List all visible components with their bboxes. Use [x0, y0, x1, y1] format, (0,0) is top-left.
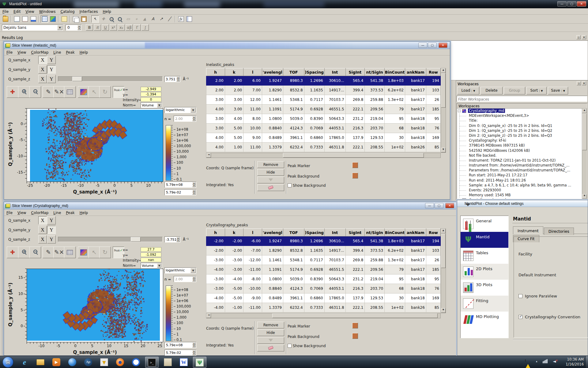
show-background-checkbox[interactable]: Show Background — [288, 183, 326, 188]
zoom-to-peak-button[interactable] — [257, 337, 284, 344]
column-header[interactable]: h — [206, 229, 225, 236]
tree-item[interactable]: -Crystallography_md — [457, 109, 582, 113]
sort-button[interactable]: Sort▼ — [526, 87, 547, 94]
tree-item[interactable]: Not file backed. — [457, 153, 582, 158]
settings-category-tables[interactable]: Tables — [461, 248, 508, 264]
new-matrix-icon[interactable] — [21, 15, 29, 23]
colorbar-max-spinner[interactable]: 5.79e+08 ▲▼ — [164, 182, 196, 188]
show-background-checkbox[interactable]: Show Background — [288, 344, 326, 348]
menu-item-line[interactable]: Line — [51, 210, 63, 216]
rescale-view-icon[interactable]: ✚ — [7, 86, 18, 98]
delete-button[interactable]: Delete — [481, 87, 503, 94]
y-axis-toggle[interactable]: Y — [47, 75, 56, 83]
column-header[interactable]: SigInt — [345, 229, 365, 236]
menu-item-edit[interactable]: Edit — [11, 9, 23, 15]
table-row[interactable]: -3.00-4.00-8.001.08005039.00.839050643.3… — [206, 274, 441, 284]
minimize-button[interactable]: — — [425, 203, 434, 208]
new-table-icon[interactable] — [13, 15, 21, 23]
close-button[interactable]: ✕ — [577, 1, 586, 6]
remove-peak-button[interactable]: Remove — [257, 161, 284, 168]
menu-item-catalog[interactable]: Catalog — [58, 9, 77, 15]
format-button-0[interactable]: B — [86, 24, 93, 31]
image-tool-icon[interactable]: ▼ — [97, 357, 111, 368]
x-axis-toggle[interactable]: X — [38, 216, 47, 224]
close-button[interactable]: ✕ — [445, 203, 454, 208]
column-header[interactable]: h — [206, 68, 225, 76]
file-explorer-icon[interactable] — [34, 357, 47, 368]
scale-mode-dropdown[interactable]: logarithmic ▼ — [164, 267, 196, 274]
messenger-orb-icon[interactable] — [66, 357, 79, 368]
table-row[interactable]: 4.003.0011.001.10915174.90.692846551.522… — [206, 105, 441, 114]
chevron-down-icon[interactable]: ▼ — [472, 90, 475, 92]
minimize-button[interactable]: — — [418, 43, 427, 48]
menu-item-interfaces[interactable]: Interfaces — [77, 9, 100, 15]
column-header[interactable]: ankNam — [405, 68, 426, 76]
copy-icon[interactable] — [72, 15, 79, 23]
terminal-icon[interactable]: >_ — [145, 357, 159, 368]
tree-item[interactable]: Run start: 2011-May-21 17:22:17 — [457, 173, 582, 178]
spinner-arrows[interactable]: ▲▼ — [192, 190, 196, 195]
spinner-arrows[interactable]: ▲▼ — [192, 277, 196, 282]
crystallography-convention-checkbox[interactable]: Crystallography Convention — [518, 315, 580, 319]
column-header[interactable]: 'avelengl — [262, 68, 283, 76]
rescale-view-icon[interactable]: ✚ — [7, 247, 18, 258]
column-header[interactable]: BinCount — [385, 68, 405, 76]
x-axis-toggle[interactable]: X — [38, 56, 47, 64]
save-button[interactable]: Save▼ — [548, 87, 568, 94]
line-clear-icon[interactable]: ✎✕ — [53, 86, 65, 98]
refresh-rotate-icon[interactable]: ↻ — [99, 247, 111, 258]
hp-utility-icon[interactable]: hp — [81, 357, 95, 368]
tree-item[interactable]: Events: 29293000 — [457, 188, 582, 193]
media-player-icon[interactable]: ▶ — [50, 357, 63, 368]
column-header[interactable]: l — [243, 68, 262, 76]
column-header[interactable]: BinCount — [385, 229, 405, 236]
show-hidden-icons-chevron[interactable]: ▴ — [536, 360, 537, 363]
chevron-down-icon[interactable]: ▼ — [562, 90, 565, 92]
table-row[interactable]: 3.005.0010.000.88404124.30.706944053.121… — [206, 124, 441, 133]
format-button-4[interactable]: x₂ — [118, 24, 125, 31]
volume-muted-icon[interactable]: ◄ — [553, 359, 559, 364]
tree-item[interactable]: Crystallography: kf-ki — [457, 138, 582, 143]
column-header[interactable]: Int — [324, 68, 345, 76]
column-header[interactable]: ankNam — [405, 229, 426, 236]
zoom-to-peak-button[interactable] — [257, 177, 284, 183]
colorbar-min-spinner[interactable]: 5.79e-02 ▲▼ — [164, 350, 196, 356]
settings-category-fitting[interactable]: Fitting — [461, 296, 508, 312]
table-row[interactable]: 4.001.0011.001.33796232.40.733346311.822… — [206, 143, 441, 152]
x-axis-toggle[interactable]: X — [38, 65, 47, 74]
table-row[interactable]: 2.002.006.001.92478980.31.269630610...56… — [206, 76, 441, 86]
scale-mode-dropdown[interactable]: logarithmic ▼ — [164, 107, 196, 113]
column-header[interactable]: SigInt — [345, 68, 365, 76]
tree-item[interactable]: Dim 2: (Q_sample_z) -25 to 25 in 2 bins.… — [457, 133, 582, 138]
tree-item[interactable]: Memory used: 1545 MB — [457, 193, 582, 198]
y-axis-toggle[interactable]: Y — [47, 216, 56, 224]
table-row[interactable]: -3.00-5.00-10.000.88404124.30.706944053.… — [206, 284, 441, 293]
draw-line-icon[interactable]: ╱ — [166, 15, 173, 23]
tree-item[interactable]: Instrument: TOPAZ (2011-Jan-01 to 2011-O… — [457, 158, 582, 163]
hide-peak-button[interactable]: Hide — [257, 329, 284, 336]
firefox-icon[interactable]: ● — [113, 357, 127, 368]
table-row[interactable]: -4.00-3.00-11.001.10915174.90.692846551.… — [206, 265, 441, 274]
slice-point-slider[interactable] — [58, 237, 163, 242]
line-clear-icon[interactable]: ✎✕ — [53, 247, 65, 258]
vertical-scrollbar[interactable]: ▲ ▼ — [441, 228, 446, 313]
float-panel-icon[interactable]: ▫ — [577, 81, 581, 85]
main-titlebar[interactable]: Ψ MantidPlot - untitled — ▢ ✕ — [0, 0, 588, 8]
format-button-1[interactable]: It — [94, 24, 101, 31]
graph-view-icon[interactable] — [49, 15, 57, 23]
peak-marker-color-swatch[interactable] — [352, 323, 358, 328]
zoom-out-icon[interactable]: − — [29, 247, 41, 258]
colorbar-max-spinner[interactable]: 5.79e+08 ▲▼ — [164, 342, 196, 348]
chevron-down-icon[interactable]: ▼ — [190, 108, 196, 113]
menu-item-view[interactable]: View — [15, 49, 28, 56]
tree-item[interactable]: Dim 1: (Q_sample_y) -25 to 25 in 2 bins.… — [457, 128, 582, 133]
settings-category-general[interactable]: General — [461, 216, 508, 232]
column-header[interactable]: )Spacing — [304, 68, 324, 76]
column-header[interactable]: nt/SigIn — [365, 229, 385, 236]
menu-item-help[interactable]: Help — [100, 9, 114, 15]
slider-thumb[interactable] — [131, 237, 141, 242]
load-button[interactable]: Load▼ — [457, 87, 479, 94]
internet-explorer-icon[interactable]: e — [18, 357, 31, 368]
table-row[interactable]: -3.00-3.00-12.001.14615348.10.711770103.… — [206, 255, 441, 265]
installer-icon[interactable] — [161, 357, 175, 368]
